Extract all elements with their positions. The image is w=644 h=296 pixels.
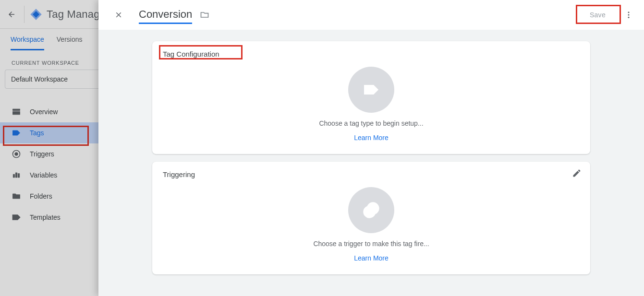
folder-icon [12, 191, 21, 201]
workspace-name: Default Workspace [11, 75, 68, 83]
svg-point-2 [628, 12, 630, 13]
modal-body: Tag Configuration Choose a tag type to b… [98, 30, 644, 296]
overview-icon [12, 107, 21, 117]
variables-icon [12, 170, 21, 180]
triggering-card[interactable]: Triggering Choose a trigger to make this… [152, 162, 590, 274]
tagconfig-hint: Choose a tag type to begin setup... [319, 119, 423, 127]
back-arrow-icon[interactable] [6, 9, 17, 20]
sidebar-label-variables: Variables [30, 171, 57, 179]
tag-icon [12, 128, 21, 138]
tag-editor-panel: Conversion Save Tag Configuration Choose… [98, 0, 644, 296]
sidebar-label-triggers: Triggers [30, 150, 54, 158]
sidebar-label-folders: Folders [30, 192, 52, 200]
svg-point-6 [368, 203, 378, 213]
close-icon[interactable] [113, 9, 124, 21]
edit-pencil-icon[interactable] [572, 168, 582, 178]
templates-icon [12, 213, 21, 222]
card-empty-state: Choose a tag type to begin setup... Lear… [163, 67, 580, 142]
tag-name-input[interactable]: Conversion [139, 6, 192, 24]
folder-button-icon[interactable] [199, 9, 210, 21]
triggering-empty-state: Choose a trigger to make this tag fire..… [163, 187, 580, 262]
tagconfig-learn-more[interactable]: Learn More [354, 134, 389, 142]
svg-point-3 [628, 14, 630, 16]
sidebar-label-templates: Templates [30, 213, 61, 221]
modal-header: Conversion Save [98, 0, 644, 30]
more-menu-icon[interactable] [623, 9, 634, 21]
svg-point-4 [628, 17, 630, 18]
trigger-placeholder-icon [348, 187, 394, 233]
divider [24, 6, 24, 23]
save-button[interactable]: Save [578, 7, 617, 23]
tab-workspace[interactable]: Workspace [11, 36, 44, 50]
tag-configuration-card[interactable]: Tag Configuration Choose a tag type to b… [152, 41, 590, 154]
tab-versions[interactable]: Versions [57, 36, 83, 50]
gtm-logo-icon [29, 8, 43, 21]
sidebar-label-tags: Tags [30, 129, 44, 137]
card-title-tagconfig: Tag Configuration [163, 50, 580, 58]
svg-point-1 [15, 153, 18, 156]
app-title: Tag Manage [47, 8, 106, 21]
trigger-icon [12, 149, 21, 159]
sidebar-label-overview: Overview [30, 108, 58, 116]
triggering-hint: Choose a trigger to make this tag fire..… [313, 240, 429, 248]
tag-type-placeholder-icon [348, 67, 394, 113]
card-title-triggering: Triggering [163, 170, 580, 178]
triggering-learn-more[interactable]: Learn More [354, 254, 389, 262]
